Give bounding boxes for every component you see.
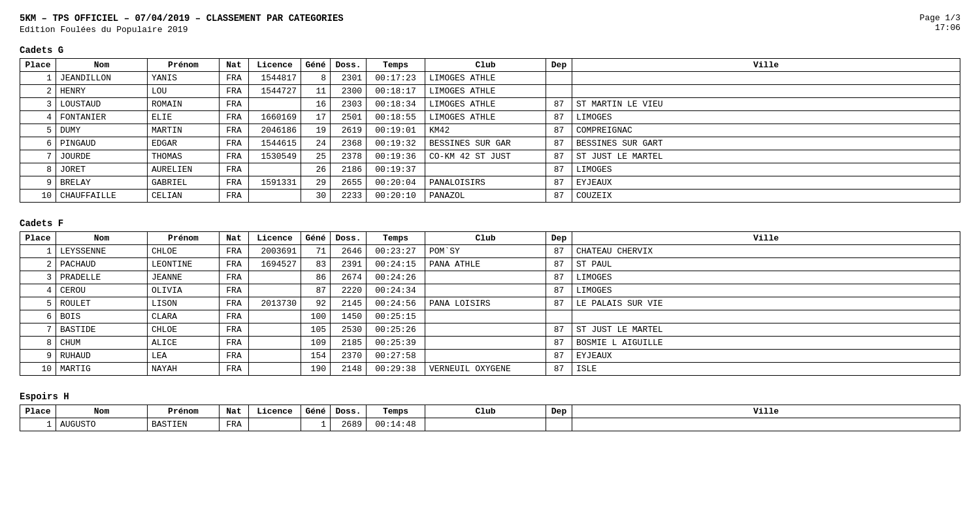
cell-licence: 1660169	[249, 111, 301, 124]
cell-doss: 2145	[331, 297, 367, 310]
cell-dep: 87	[546, 98, 572, 111]
col-header-club: Club	[425, 405, 546, 418]
cell-nat: FRA	[220, 363, 249, 376]
col-header-dep: Dep	[546, 59, 572, 72]
cell-gene: 8	[301, 72, 331, 85]
cell-licence: 1544817	[249, 72, 301, 85]
cell-ville	[572, 85, 960, 98]
cell-temps: 00:19:32	[367, 137, 425, 150]
cell-nom: BASTIDE	[56, 323, 148, 337]
cell-temps: 00:19:36	[367, 150, 425, 163]
cell-temps: 00:24:34	[367, 284, 425, 297]
cell-doss: 2370	[331, 350, 367, 363]
table-row: 10CHAUFFAILLECELIANFRA30223300:20:10PANA…	[20, 190, 960, 203]
cell-temps: 00:25:26	[367, 323, 425, 337]
cell-nat: FRA	[220, 284, 249, 297]
cell-dep: 87	[546, 271, 572, 284]
cell-ville: BOSMIE L AIGUILLE	[572, 337, 960, 350]
table-row: 1JEANDILLONYANISFRA15448178230100:17:23L…	[20, 72, 960, 85]
cell-licence: 2046186	[249, 124, 301, 137]
cell-nom: AUGUSTO	[56, 418, 148, 431]
cell-licence: 1591331	[249, 176, 301, 190]
cell-gene: 30	[301, 190, 331, 203]
cell-club	[425, 310, 546, 323]
col-header-gene: Géné	[301, 405, 331, 418]
cell-nat: FRA	[220, 176, 249, 190]
cell-doss: 2646	[331, 245, 367, 258]
col-header-licence: Licence	[249, 59, 301, 72]
col-header-doss: Doss.	[331, 405, 367, 418]
cell-licence: 1530549	[249, 150, 301, 163]
col-header-doss: Doss.	[331, 59, 367, 72]
cell-ville: ST MARTIN LE VIEU	[572, 98, 960, 111]
cell-club	[425, 323, 546, 337]
cell-temps: 00:24:26	[367, 271, 425, 284]
table-row: 9RUHAUDLEAFRA154237000:27:5887EYJEAUX	[20, 350, 960, 363]
cell-doss: 1450	[331, 310, 367, 323]
cell-nom: DUMY	[56, 124, 148, 137]
cell-dep: 87	[546, 176, 572, 190]
cell-place: 7	[20, 150, 56, 163]
cell-place: 9	[20, 350, 56, 363]
cell-club: LIMOGES ATHLE	[425, 111, 546, 124]
cell-nat: FRA	[220, 111, 249, 124]
cell-prenom: CHLOE	[148, 323, 220, 337]
cell-ville: BESSINES SUR GART	[572, 137, 960, 150]
cell-club	[425, 350, 546, 363]
cell-place: 3	[20, 98, 56, 111]
cell-gene: 25	[301, 150, 331, 163]
cell-club	[425, 418, 546, 431]
cell-place: 2	[20, 85, 56, 98]
table-row: 8JORETAURELIENFRA26218600:19:3787LIMOGES	[20, 163, 960, 176]
cell-place: 6	[20, 137, 56, 150]
cell-licence: 2003691	[249, 245, 301, 258]
cell-prenom: LEA	[148, 350, 220, 363]
table-row: 8CHUMALICEFRA109218500:25:3987BOSMIE L A…	[20, 337, 960, 350]
col-header-nat: Nat	[220, 59, 249, 72]
page-subtitle: Edition Foulées du Populaire 2019	[20, 25, 344, 35]
cell-prenom: ROMAIN	[148, 98, 220, 111]
col-header-nom: Nom	[56, 59, 148, 72]
cell-temps: 00:14:48	[367, 418, 425, 431]
cell-place: 1	[20, 245, 56, 258]
cell-prenom: CLARA	[148, 310, 220, 323]
cell-dep	[546, 310, 572, 323]
cell-place: 10	[20, 190, 56, 203]
cell-dep: 87	[546, 163, 572, 176]
cell-dep	[546, 85, 572, 98]
cell-dep: 87	[546, 137, 572, 150]
cell-club: LIMOGES ATHLE	[425, 85, 546, 98]
col-header-prenom: Prénom	[148, 59, 220, 72]
cell-prenom: THOMAS	[148, 150, 220, 163]
table-row: 7JOURDETHOMASFRA153054925237800:19:36CO-…	[20, 150, 960, 163]
cell-dep: 87	[546, 258, 572, 271]
cell-gene: 92	[301, 297, 331, 310]
cell-gene: 190	[301, 363, 331, 376]
cell-club: LIMOGES ATHLE	[425, 98, 546, 111]
cell-nom: CEROU	[56, 284, 148, 297]
cell-gene: 83	[301, 258, 331, 271]
cell-nat: FRA	[220, 310, 249, 323]
table-espoirs-h: PlaceNomPrénomNatLicenceGénéDoss.TempsCl…	[20, 405, 960, 431]
cell-nat: FRA	[220, 297, 249, 310]
cell-dep: 87	[546, 190, 572, 203]
cell-doss: 2186	[331, 163, 367, 176]
cell-doss: 2674	[331, 271, 367, 284]
cell-prenom: NAYAH	[148, 363, 220, 376]
cell-gene: 17	[301, 111, 331, 124]
cell-doss: 2530	[331, 323, 367, 337]
cell-nat: FRA	[220, 323, 249, 337]
col-header-club: Club	[425, 232, 546, 245]
cell-licence	[249, 337, 301, 350]
col-header-ville: Ville	[572, 59, 960, 72]
cell-temps: 00:20:04	[367, 176, 425, 190]
cell-gene: 71	[301, 245, 331, 258]
cell-nom: PRADELLE	[56, 271, 148, 284]
table-row: 2PACHAUDLEONTINEFRA169452783239100:24:15…	[20, 258, 960, 271]
cell-prenom: CHLOE	[148, 245, 220, 258]
page-title: 5KM – TPS OFFICIEL – 07/04/2019 – CLASSE…	[20, 13, 344, 24]
cell-nom: FONTANIER	[56, 111, 148, 124]
cell-nom: JOURDE	[56, 150, 148, 163]
cell-dep: 87	[546, 284, 572, 297]
cell-doss: 2619	[331, 124, 367, 137]
